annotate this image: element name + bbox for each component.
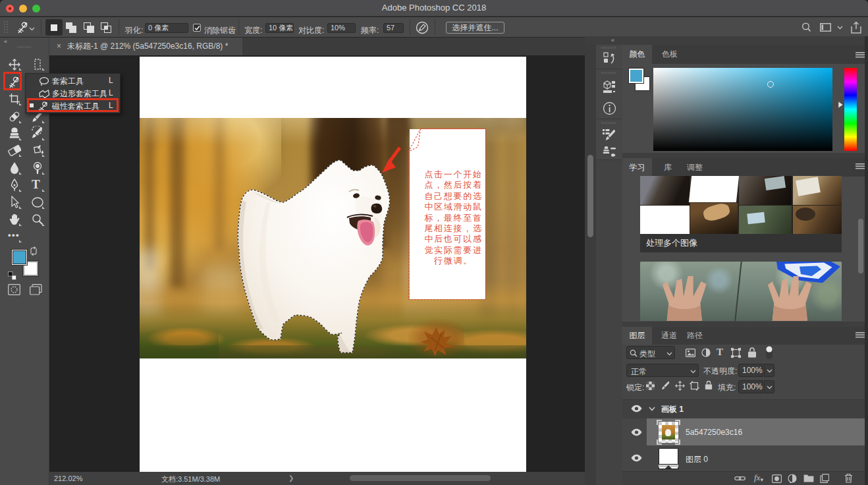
svg-text:▾: ▾ — [790, 480, 792, 483]
